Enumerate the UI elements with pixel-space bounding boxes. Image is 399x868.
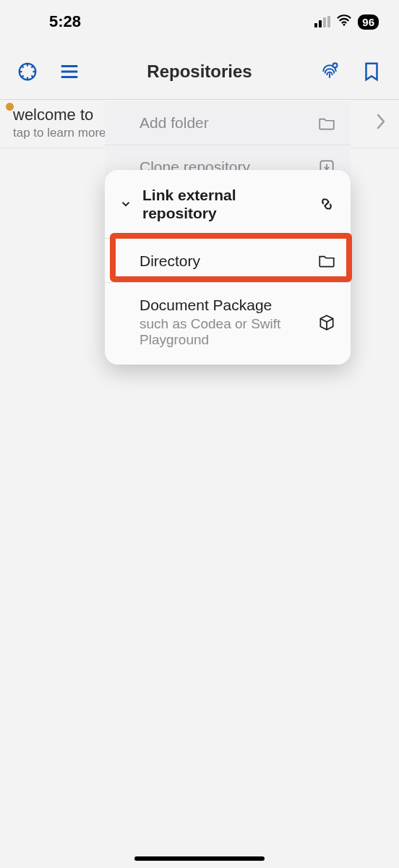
chevron-right-icon [376,114,386,132]
battery-level: 96 [362,16,374,28]
context-menu: Link external repository Directory Docum… [105,170,351,365]
gear-icon [17,61,38,82]
bookmark-button[interactable] [359,59,385,85]
menu-label: Link external repository [142,186,307,222]
menu-sublabel: such as Codea or Swift Playground [140,316,307,349]
menu-item-directory[interactable]: Directory [105,239,351,282]
menu-item-document-package[interactable]: Document Package such as Codea or Swift … [105,283,351,365]
svg-point-0 [343,24,346,26]
menu-label: Add folder [140,114,307,132]
hamburger-icon [59,61,80,82]
unread-dot-icon [6,103,14,111]
folder-icon [317,114,336,132]
welcome-subtitle: tap to learn more [13,126,106,140]
wifi-icon [336,14,352,30]
home-indicator[interactable] [134,856,265,861]
status-time: 5:28 [20,12,81,31]
fingerprint-icon [319,61,340,82]
link-icon [317,195,336,213]
nav-bar: Repositories [0,43,399,100]
menu-item-add-folder[interactable]: Add folder [105,101,351,145]
battery-indicator: 96 [358,14,379,30]
welcome-title: welcome to [13,106,106,124]
chevron-down-icon [119,197,132,210]
menu-item-link-external[interactable]: Link external repository [105,170,351,238]
menu-label: Directory [140,252,307,270]
menu-button[interactable] [56,59,82,85]
settings-button[interactable] [14,59,40,85]
status-bar: 5:28 96 [0,0,399,43]
menu-label: Document Package [140,296,307,314]
package-icon [317,313,336,332]
biometric-button[interactable] [317,59,343,85]
folder-icon [317,251,336,270]
cellular-icon [314,16,330,27]
status-icons: 96 [314,14,379,30]
bookmark-icon [361,61,382,82]
